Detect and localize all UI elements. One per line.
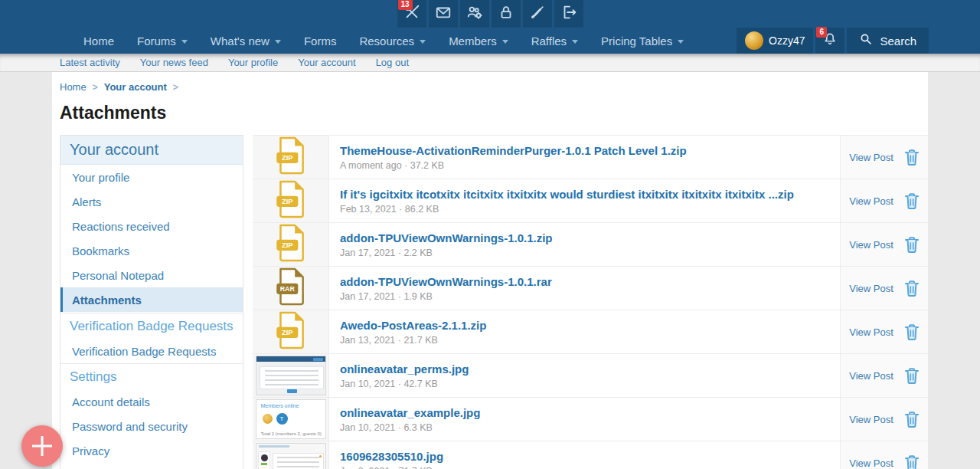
file-info-cell: addon-TPUViewOwnWarnings-1.0.1.rar Jan 1… bbox=[329, 267, 840, 310]
mail-icon bbox=[435, 4, 452, 24]
file-info-cell: Awedo-PostAreas-2.1.1.zip Jan 13, 2021 ·… bbox=[329, 310, 840, 353]
view-post-link[interactable]: View Post bbox=[849, 326, 893, 338]
subnav-log-out[interactable]: Log out bbox=[376, 57, 409, 68]
thumb-members-online-label: Members online bbox=[261, 403, 299, 408]
subnav-latest-activity[interactable]: Latest activity bbox=[60, 57, 120, 68]
file-title-link[interactable]: 1609628305510.jpg bbox=[340, 450, 840, 463]
view-post-link[interactable]: View Post bbox=[849, 239, 893, 251]
file-meta: Jan 10, 2021 · 6.3 KB bbox=[340, 422, 840, 433]
breadcrumb-separator-icon: > bbox=[93, 82, 98, 93]
username: Ozzy47 bbox=[769, 34, 805, 47]
view-post-link[interactable]: View Post bbox=[849, 458, 893, 469]
thumb-panel bbox=[260, 366, 324, 389]
image-thumbnail[interactable] bbox=[256, 356, 326, 395]
thumb-message-box bbox=[273, 453, 324, 469]
sidebar-item-account-details[interactable]: Account details bbox=[60, 389, 243, 414]
sub-navigation: Latest activity Your news feed Your prof… bbox=[0, 54, 980, 72]
nav-label: Members bbox=[449, 34, 497, 48]
view-post-link[interactable]: View Post bbox=[849, 414, 893, 425]
row-actions: View Post bbox=[840, 179, 928, 222]
attachment-row: ZIP Awedo-PostAreas-2.1.1.zip Jan 13, 20… bbox=[253, 310, 928, 354]
admin-tools-button[interactable]: 13 bbox=[397, 0, 426, 28]
delete-trash-icon[interactable] bbox=[904, 280, 920, 297]
view-post-link[interactable]: View Post bbox=[849, 195, 893, 207]
file-title-link[interactable]: ThemeHouse-ActivationReminderPurger-1.0.… bbox=[340, 144, 840, 157]
image-thumbnail[interactable]: Members online T Total 2 (members 2, gue… bbox=[256, 399, 326, 439]
nav-forms[interactable]: Forms bbox=[292, 28, 348, 54]
file-meta: Jan 10, 2021 · 42.7 KB bbox=[340, 379, 840, 389]
file-title-link[interactable]: onlineavatar_perms.jpg bbox=[340, 362, 840, 376]
sidebar-item-verification-badge-requests[interactable]: Verification Badge Requests bbox=[60, 339, 243, 363]
thumb-title-bar bbox=[259, 445, 289, 448]
sidebar-item-reactions-received[interactable]: Reactions received bbox=[60, 214, 243, 238]
image-thumbnail[interactable] bbox=[256, 443, 326, 469]
delete-trash-icon[interactable] bbox=[904, 411, 920, 428]
view-post-link[interactable]: View Post bbox=[849, 283, 893, 294]
nav-label: Forums bbox=[137, 34, 176, 48]
nav-raffles[interactable]: Raffles bbox=[520, 28, 590, 54]
file-meta: Jan 17, 2021 · 1.9 KB bbox=[340, 291, 840, 302]
sidebar-item-alerts[interactable]: Alerts bbox=[60, 189, 243, 214]
delete-trash-icon[interactable] bbox=[904, 236, 920, 254]
nav-members[interactable]: Members bbox=[437, 28, 520, 54]
conversations-button[interactable] bbox=[429, 0, 458, 28]
main-nav: Home Forums What's new Forms Resources M… bbox=[0, 28, 980, 54]
nav-label: Home bbox=[83, 34, 114, 48]
site-header: 13 bbox=[0, 0, 980, 54]
user-menu-button[interactable]: Ozzy47 bbox=[737, 28, 813, 54]
file-title-link[interactable]: addon-TPUViewOwnWarnings-1.0.1.zip bbox=[340, 231, 840, 244]
logout-button[interactable] bbox=[554, 0, 583, 28]
logout-icon bbox=[560, 4, 577, 24]
delete-trash-icon[interactable] bbox=[904, 149, 920, 166]
nav-forums[interactable]: Forums bbox=[126, 28, 199, 54]
file-title-link[interactable]: onlineavatar_example.jpg bbox=[340, 406, 840, 419]
lock-button[interactable] bbox=[492, 0, 521, 28]
file-title-link[interactable]: addon-TPUViewOwnWarnings-1.0.1.rar bbox=[340, 275, 840, 288]
file-meta: Jan 13, 2021 · 21.7 KB bbox=[340, 335, 840, 346]
sidebar-item-bookmarks[interactable]: Bookmarks bbox=[60, 238, 243, 263]
breadcrumb-home[interactable]: Home bbox=[60, 81, 87, 93]
delete-trash-icon[interactable] bbox=[904, 367, 920, 385]
row-actions: View Post bbox=[840, 136, 928, 179]
subnav-your-news-feed[interactable]: Your news feed bbox=[140, 57, 208, 68]
file-info-cell: onlineavatar_example.jpg Jan 10, 2021 · … bbox=[329, 398, 840, 441]
account-sidebar: Your account Your profile Alerts Reactio… bbox=[60, 135, 243, 469]
style-brush-button[interactable] bbox=[523, 0, 552, 28]
sidebar-item-personal-notepad[interactable]: Personal Notepad bbox=[60, 263, 243, 287]
subnav-your-profile[interactable]: Your profile bbox=[228, 57, 278, 68]
file-title-link[interactable]: Awedo-PostAreas-2.1.1.zip bbox=[340, 319, 840, 332]
add-attachment-fab-button[interactable] bbox=[21, 425, 63, 467]
search-label: Search bbox=[880, 34, 916, 48]
file-info-cell: addon-TPUViewOwnWarnings-1.0.1.zip Jan 1… bbox=[329, 223, 840, 266]
sidebar-section-verification-badge-requests: Verification Badge Requests bbox=[60, 313, 243, 339]
view-post-link[interactable]: View Post bbox=[849, 152, 893, 163]
delete-trash-icon[interactable] bbox=[904, 454, 920, 469]
view-post-link[interactable]: View Post bbox=[849, 370, 893, 382]
zip-file-icon: ZIP bbox=[276, 136, 306, 178]
svg-text:ZIP: ZIP bbox=[282, 154, 293, 162]
attachment-row: ZIP ThemeHouse-ActivationReminderPurger-… bbox=[253, 136, 928, 179]
file-title-link[interactable]: If it's igcitxitx itcotxitx itcitxitx it… bbox=[340, 188, 840, 201]
sidebar-item-preferences[interactable]: Preferences bbox=[60, 463, 243, 469]
delete-trash-icon[interactable] bbox=[904, 192, 920, 210]
sidebar-item-privacy[interactable]: Privacy bbox=[60, 438, 243, 463]
chevron-down-icon bbox=[678, 40, 684, 44]
nav-pricing-tables[interactable]: Pricing Tables bbox=[590, 28, 695, 54]
delete-trash-icon[interactable] bbox=[904, 323, 920, 341]
svg-text:RAR: RAR bbox=[279, 285, 295, 293]
sidebar-item-your-profile[interactable]: Your profile bbox=[60, 165, 243, 189]
alerts-button[interactable]: 6 bbox=[815, 28, 844, 54]
admin-toolbar: 13 bbox=[0, 0, 980, 28]
breadcrumb-your-account[interactable]: Your account bbox=[104, 81, 167, 93]
nav-whats-new[interactable]: What's new bbox=[199, 28, 292, 54]
sidebar-item-attachments[interactable]: Attachments bbox=[60, 287, 243, 312]
nav-home[interactable]: Home bbox=[72, 28, 126, 54]
search-button[interactable]: Search bbox=[847, 28, 929, 54]
members-admin-button[interactable] bbox=[460, 0, 489, 28]
zip-file-icon: ZIP bbox=[276, 180, 306, 221]
sidebar-item-password-and-security[interactable]: Password and security bbox=[60, 414, 243, 438]
nav-resources[interactable]: Resources bbox=[348, 28, 437, 54]
search-icon bbox=[859, 32, 873, 49]
nav-label: Resources bbox=[359, 34, 414, 48]
subnav-your-account[interactable]: Your account bbox=[298, 57, 355, 68]
